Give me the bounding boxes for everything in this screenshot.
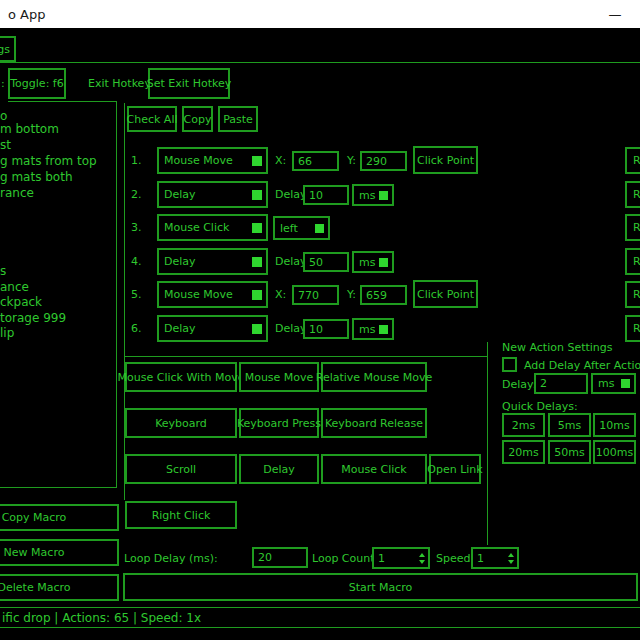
remove-button[interactable]: R (625, 214, 640, 241)
delay-label: Delay (275, 188, 307, 201)
macro-list-item[interactable]: o (0, 109, 7, 123)
set-exit-hotkey-button[interactable]: Set Exit Hotkey (148, 68, 230, 99)
loop-delay-input[interactable] (252, 547, 308, 568)
exit-hotkey-label: Exit Hotkey: (88, 77, 154, 90)
copy-macro-button[interactable]: Copy Macro (0, 504, 119, 531)
macro-list-item[interactable]: ckpack (0, 295, 42, 309)
delay-unit-dropdown[interactable]: ms (352, 251, 394, 273)
macro-list-item[interactable]: g mats from top (0, 154, 97, 168)
quick-delay-label: 50ms (554, 446, 584, 459)
click-point-button[interactable]: Click Point (413, 280, 478, 308)
copy-button[interactable]: Copy (182, 106, 213, 132)
x-input[interactable] (292, 285, 339, 305)
macro-list-item[interactable]: st (0, 138, 11, 152)
macro-list-item[interactable]: ance (0, 280, 29, 294)
spinner[interactable] (508, 553, 514, 564)
macro-list-item[interactable]: s (0, 264, 6, 278)
y-input[interactable] (360, 285, 407, 305)
remove-button[interactable]: R (625, 147, 640, 174)
remove-button[interactable]: R (625, 181, 640, 208)
check-all-button[interactable]: Check All (127, 106, 177, 132)
macro-list-item[interactable]: rance (0, 186, 34, 200)
y-label: Y: (347, 288, 356, 301)
toggle-hotkey-button[interactable]: Toggle: f6 (8, 68, 66, 99)
toggle-hotkey-button-label: Toggle: f6 (10, 77, 63, 90)
click-point-label: Click Point (417, 288, 474, 301)
macro-list-item[interactable]: m bottom (0, 122, 59, 136)
spinner-down-icon[interactable] (419, 560, 425, 564)
paste-button[interactable]: Paste (218, 106, 258, 132)
tab-settings[interactable]: gs (0, 36, 16, 62)
x-input[interactable] (292, 151, 339, 171)
quick-delay-20ms-button[interactable]: 20ms (502, 440, 545, 464)
paste-label: Paste (223, 113, 253, 126)
action-type-dropdown[interactable]: Mouse Move (157, 147, 268, 174)
macro-list[interactable]: o m bottom st g mats from top g mats bot… (0, 101, 116, 487)
macro-list-item[interactable]: lip (0, 326, 14, 340)
start-macro-button[interactable]: Start Macro (123, 573, 638, 601)
macro-list-item[interactable]: g mats both (0, 170, 73, 184)
palette-keyboard-press-button[interactable]: Keyboard Press (239, 408, 319, 438)
quick-delay-100ms-button[interactable]: 100ms (593, 440, 636, 464)
quick-delay-5ms-button[interactable]: 5ms (548, 413, 591, 437)
action-type-dropdown[interactable]: Mouse Click (157, 214, 268, 241)
action-type-dropdown[interactable]: Mouse Move (157, 281, 268, 308)
palette-open-link-button[interactable]: Open Link (429, 454, 481, 484)
loop-delay-label: Loop Delay (ms): (124, 552, 218, 565)
dropdown-indicator-icon (252, 190, 262, 200)
delay-unit-value: ms (359, 189, 375, 202)
delay-input[interactable] (303, 185, 349, 205)
speed-input[interactable]: 1 (471, 547, 519, 569)
delay-input[interactable] (303, 252, 349, 272)
quick-delay-2ms-button[interactable]: 2ms (502, 413, 545, 437)
palette-keyboard-button[interactable]: Keyboard (125, 408, 237, 438)
delay-unit-value: ms (359, 323, 375, 336)
new-macro-button[interactable]: New Macro (0, 539, 119, 566)
delay-input[interactable] (303, 319, 349, 339)
spinner-up-icon[interactable] (419, 553, 425, 557)
remove-label: R (633, 288, 640, 301)
delay-setting-input[interactable] (534, 373, 588, 394)
action-type-dropdown[interactable]: Delay (157, 315, 268, 342)
spinner-down-icon[interactable] (508, 560, 514, 564)
palette-right-click-button[interactable]: Right Click (125, 501, 237, 529)
palette-scroll-button[interactable]: Scroll (125, 454, 237, 484)
action-type-dropdown[interactable]: Delay (157, 248, 268, 275)
dropdown-indicator-icon (315, 224, 324, 233)
loop-count-input[interactable]: 1 (372, 547, 430, 569)
window-title: o App (8, 7, 45, 22)
delete-macro-button[interactable]: Delete Macro (0, 574, 119, 601)
action-type-dropdown[interactable]: Delay (157, 181, 268, 208)
quick-delay-50ms-button[interactable]: 50ms (548, 440, 591, 464)
spinner-up-icon[interactable] (508, 553, 514, 557)
remove-label: R (633, 221, 640, 234)
remove-button[interactable]: R (625, 281, 640, 308)
delay-unit-dropdown[interactable]: ms (352, 184, 394, 206)
minimize-button[interactable]: — (600, 3, 630, 25)
y-input[interactable] (360, 151, 407, 171)
palette-keyboard-release-button[interactable]: Keyboard Release (321, 408, 427, 438)
palette-mouse-click-with-move-button[interactable]: Mouse Click With Move (125, 362, 237, 392)
palette-mouse-click-button[interactable]: Mouse Click (321, 454, 427, 484)
title-bar: o App — (0, 0, 640, 28)
quick-delay-10ms-button[interactable]: 10ms (593, 413, 636, 437)
remove-button[interactable]: R (625, 248, 640, 275)
delay-setting-unit-value: ms (598, 377, 614, 390)
palette-delay-button[interactable]: Delay (239, 454, 319, 484)
speed-label: Speed: (436, 552, 474, 565)
spinner[interactable] (419, 553, 425, 564)
action-type-value: Mouse Move (164, 288, 233, 301)
delay-label: Delay (275, 322, 307, 335)
add-delay-checkbox[interactable] (502, 357, 517, 372)
palette-relative-mouse-move-button[interactable]: Relative Mouse Move (321, 362, 427, 392)
mouse-button-dropdown[interactable]: left (273, 216, 330, 240)
add-delay-label: Add Delay After Action (524, 359, 640, 372)
delay-setting-unit-dropdown[interactable]: ms (591, 373, 636, 394)
palette-mouse-move-button[interactable]: Mouse Move (239, 362, 319, 392)
macro-list-item[interactable]: torage 999 (0, 311, 66, 325)
delay-unit-dropdown[interactable]: ms (352, 318, 394, 340)
remove-button[interactable]: R (625, 315, 640, 342)
click-point-button[interactable]: Click Point (413, 146, 478, 174)
palette-label: Keyboard Release (325, 417, 423, 430)
action-number: 3. (131, 221, 142, 234)
